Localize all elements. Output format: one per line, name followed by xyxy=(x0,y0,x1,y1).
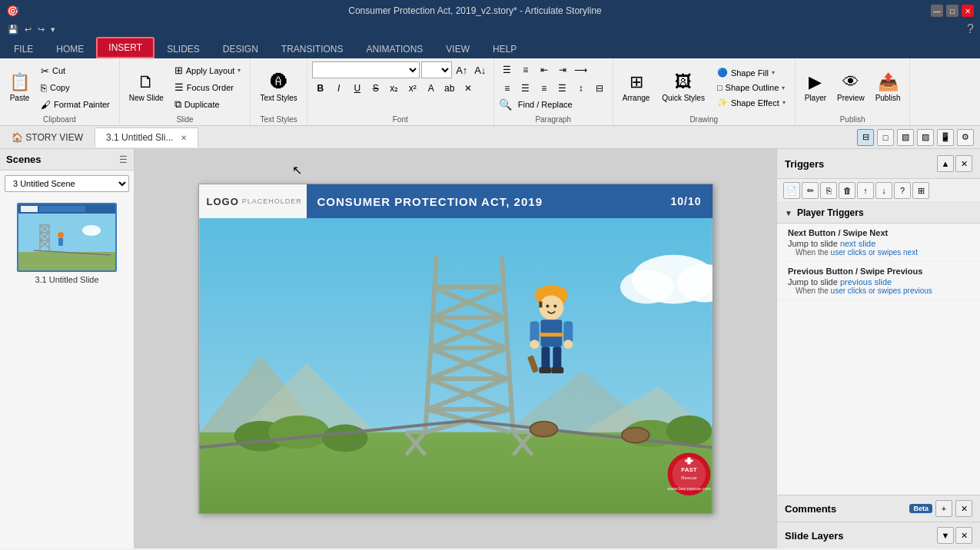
columns-button[interactable]: ⊟ xyxy=(591,80,608,97)
tab-animations[interactable]: ANIMATIONS xyxy=(356,40,434,58)
trigger-delete-button[interactable]: 🗑 xyxy=(839,182,855,199)
justify-button[interactable]: ☰ xyxy=(554,80,571,97)
layout-left-button[interactable]: ▧ xyxy=(897,129,914,146)
trigger-up-button[interactable]: ↑ xyxy=(857,182,874,199)
trigger-copy-button[interactable]: ⎘ xyxy=(820,182,837,199)
slide-layers-header[interactable]: Slide Layers ▼ ✕ xyxy=(777,522,980,548)
layout-full-button[interactable]: □ xyxy=(877,129,894,146)
title-bar-controls: — □ ✕ xyxy=(931,5,974,17)
trigger-down-button[interactable]: ↓ xyxy=(875,182,892,199)
trigger-new-button[interactable]: 📄 xyxy=(783,182,800,199)
player-button[interactable]: ▶ Player xyxy=(800,66,831,109)
superscript-button[interactable]: x² xyxy=(404,80,421,97)
slide-layers-close-button[interactable]: ✕ xyxy=(955,527,972,544)
subscript-button[interactable]: x₂ xyxy=(386,80,403,97)
text-styles-button[interactable]: 🅐 Text Styles xyxy=(255,66,301,109)
italic-button[interactable]: I xyxy=(331,80,347,97)
slide-thumbnail[interactable] xyxy=(17,203,117,272)
story-view-tab[interactable]: 🏠 STORY VIEW xyxy=(0,128,95,147)
slide-canvas[interactable]: LOGO PLACEHOLDER CONSUMER PROTECTION ACT… xyxy=(198,184,713,514)
duplicate-button[interactable]: ⧉ Duplicate xyxy=(170,96,246,113)
tab-insert[interactable]: INSERT xyxy=(96,37,154,58)
increase-font-button[interactable]: A↑ xyxy=(453,61,470,78)
bullets-button[interactable]: ☰ xyxy=(499,61,516,78)
minimize-button[interactable]: — xyxy=(931,5,943,17)
prev-button-trigger[interactable]: Previous Button / Swipe Previous Jump to… xyxy=(777,262,980,300)
clear-format-button[interactable]: ✕ xyxy=(460,80,477,97)
publish-button[interactable]: 📤 Publish xyxy=(871,66,905,109)
tab-view[interactable]: VIEW xyxy=(435,40,480,58)
trigger-question-button[interactable]: ? xyxy=(894,182,911,199)
layout-both-button[interactable]: ⊟ xyxy=(857,129,874,146)
slide-tab-close-icon[interactable]: ✕ xyxy=(181,134,187,142)
tab-home[interactable]: HOME xyxy=(45,40,95,58)
shape-outline-button[interactable]: □ Shape Outline ▾ xyxy=(713,81,790,94)
quick-access-dropdown-icon[interactable]: ▾ xyxy=(49,25,57,35)
scenes-menu-icon[interactable]: ☰ xyxy=(119,154,128,165)
trigger-edit-button[interactable]: ✏ xyxy=(802,182,819,199)
layout-right-button[interactable]: ▨ xyxy=(917,129,934,146)
decrease-indent-button[interactable]: ⇤ xyxy=(536,61,553,78)
decrease-font-button[interactable]: A↓ xyxy=(472,61,489,78)
scene-select[interactable]: 3 Untitled Scene xyxy=(5,175,129,192)
triggers-collapse-button[interactable]: ▲ xyxy=(937,155,954,172)
align-right-button[interactable]: ≡ xyxy=(536,80,553,97)
copy-button[interactable]: ⎘ Copy xyxy=(36,80,115,96)
font-color-button[interactable]: A xyxy=(423,80,440,97)
slide-thumb-item[interactable]: 3.1 Untitled Slide xyxy=(6,203,128,284)
cut-button[interactable]: ✂ Cut xyxy=(36,63,115,79)
strikethrough-button[interactable]: S xyxy=(367,80,384,97)
comments-close-button[interactable]: ✕ xyxy=(955,500,972,517)
layout-mobile-button[interactable]: 📱 xyxy=(937,129,954,146)
align-center-button[interactable]: ☰ xyxy=(517,80,534,97)
increase-indent-button[interactable]: ⇥ xyxy=(554,61,571,78)
quick-styles-button[interactable]: 🖼 Quick Styles xyxy=(657,66,709,109)
numbering-button[interactable]: ≡ xyxy=(517,61,534,78)
text-direction-button[interactable]: ⟶ xyxy=(573,61,590,78)
next-button-trigger[interactable]: Next Button / Swipe Next Jump to slide n… xyxy=(777,224,980,262)
next-trigger-target[interactable]: next slide xyxy=(840,239,875,248)
underline-button[interactable]: U xyxy=(349,80,366,97)
paste-button[interactable]: 📋 Paste xyxy=(5,66,35,109)
trigger-grid-button[interactable]: ⊞ xyxy=(912,182,929,199)
font-size-select[interactable] xyxy=(421,61,452,78)
redo-icon[interactable]: ↪ xyxy=(36,25,46,35)
tab-design[interactable]: DESIGN xyxy=(212,40,269,58)
tab-help[interactable]: HELP xyxy=(482,40,527,58)
preview-button[interactable]: 👁 Preview xyxy=(832,66,869,109)
duplicate-icon: ⧉ xyxy=(174,98,181,111)
save-icon[interactable]: 💾 xyxy=(6,25,20,35)
slide-view-tab[interactable]: 3.1 Untitled Sli... ✕ xyxy=(95,128,198,147)
settings-button[interactable]: ⚙ xyxy=(957,129,974,146)
apply-layout-button[interactable]: ⊞ Apply Layout ▾ xyxy=(170,62,246,78)
comments-header[interactable]: Comments Beta + ✕ xyxy=(777,495,980,522)
tab-slides[interactable]: SLIDES xyxy=(156,40,211,58)
highlight-button[interactable]: ab xyxy=(441,80,458,97)
undo-icon[interactable]: ↩ xyxy=(23,25,33,35)
shape-fill-button[interactable]: 🔵 Shape Fill ▾ xyxy=(713,65,790,80)
next-condition-link[interactable]: user clicks or swipes next xyxy=(831,248,918,257)
new-slide-button[interactable]: 🗋 New Slide xyxy=(125,66,168,109)
help-icon[interactable]: ? xyxy=(967,22,974,36)
format-painter-button[interactable]: 🖌 Format Painter xyxy=(36,97,115,113)
tab-file[interactable]: FILE xyxy=(3,40,44,58)
tab-transitions[interactable]: TRANSITIONS xyxy=(271,40,354,58)
maximize-button[interactable]: □ xyxy=(946,5,958,17)
align-left-button[interactable]: ≡ xyxy=(499,80,516,97)
comments-expand-button[interactable]: + xyxy=(935,500,952,517)
slide-layers-expand-button[interactable]: ▼ xyxy=(937,527,954,544)
line-spacing-button[interactable]: ↕ xyxy=(573,80,590,97)
bold-button[interactable]: B xyxy=(312,80,329,97)
focus-order-button[interactable]: ☰ Focus Order xyxy=(170,79,246,95)
player-triggers-header[interactable]: ▼ Player Triggers xyxy=(777,203,980,224)
arrange-button[interactable]: ⊞ Arrange xyxy=(618,66,655,109)
prev-trigger-target[interactable]: previous slide xyxy=(840,277,892,287)
find-replace-button[interactable]: Find / Replace xyxy=(515,98,576,111)
font-family-select[interactable] xyxy=(312,61,420,78)
triggers-close-button[interactable]: ✕ xyxy=(955,155,972,172)
shape-effect-button[interactable]: ✨ Shape Effect ▾ xyxy=(713,95,790,110)
svg-point-30 xyxy=(620,270,673,304)
prev-condition-link[interactable]: user clicks or swipes previous xyxy=(831,287,932,295)
close-button[interactable]: ✕ xyxy=(962,5,974,17)
canvas-area[interactable]: ↖ LOGO PLACEHOLDER CONSUMER PROTECTION A… xyxy=(135,149,776,548)
